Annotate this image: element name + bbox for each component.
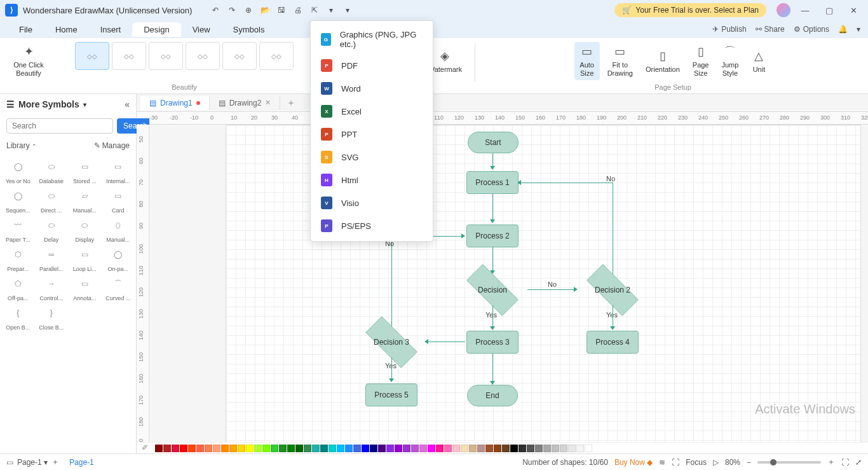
- color-swatch[interactable]: [477, 445, 485, 452]
- color-swatch[interactable]: [238, 445, 245, 452]
- color-swatch[interactable]: [411, 445, 419, 452]
- publish-button[interactable]: ✈Publish: [712, 25, 746, 34]
- color-swatch[interactable]: [436, 445, 444, 452]
- shape-thumbnail[interactable]: ⬯Manual...: [104, 215, 133, 243]
- focus-frame-icon[interactable]: ⛶: [672, 458, 679, 467]
- more-chevron-icon[interactable]: ▾: [342, 4, 353, 16]
- page-tab[interactable]: Page-1: [65, 457, 98, 468]
- focus-label[interactable]: Focus: [686, 458, 707, 467]
- color-swatch[interactable]: [287, 445, 295, 452]
- color-swatch[interactable]: [246, 445, 254, 452]
- menu-file[interactable]: File: [8, 22, 44, 37]
- export-item[interactable]: SSVG: [311, 146, 433, 169]
- add-tab-button[interactable]: ＋: [280, 95, 302, 111]
- color-swatch[interactable]: [180, 445, 187, 452]
- beautify-style-1[interactable]: ◇◇: [75, 42, 109, 70]
- menu-design[interactable]: Design: [132, 22, 180, 37]
- color-swatch[interactable]: [502, 445, 510, 452]
- orientation-button[interactable]: ▯Orientation: [641, 46, 685, 76]
- shape-thumbnail[interactable]: ◯Sequen...: [4, 186, 32, 214]
- auto-size-button[interactable]: ▭Auto Size: [574, 42, 600, 80]
- export-item[interactable]: VVisio: [311, 191, 433, 214]
- node-end[interactable]: End: [467, 385, 518, 406]
- color-swatch[interactable]: [527, 445, 534, 452]
- node-decision2[interactable]: Decision 2: [578, 274, 648, 306]
- page-selector[interactable]: Page-1 ▾: [17, 458, 48, 467]
- menu-view[interactable]: View: [181, 22, 222, 37]
- color-swatch[interactable]: [329, 445, 336, 452]
- shape-thumbnail[interactable]: ▱Manual...: [71, 186, 99, 214]
- unit-button[interactable]: △Unit: [746, 46, 771, 76]
- layers-icon[interactable]: ≋: [659, 458, 665, 467]
- fullscreen-icon[interactable]: ⤢: [855, 458, 862, 467]
- shape-thumbnail[interactable]: ⌒Curved ...: [104, 273, 133, 301]
- color-swatch[interactable]: [585, 445, 592, 452]
- color-swatch[interactable]: [428, 445, 435, 452]
- node-process2[interactable]: Process 2: [466, 225, 519, 247]
- node-process5[interactable]: Process 5: [365, 384, 417, 406]
- color-swatch[interactable]: [213, 445, 220, 452]
- color-swatch[interactable]: [271, 445, 278, 452]
- eyedropper-icon[interactable]: ✐: [142, 443, 152, 453]
- color-swatch[interactable]: [444, 445, 452, 452]
- export-item[interactable]: WWord: [311, 77, 433, 100]
- sidebar-title[interactable]: More Symbols: [18, 99, 79, 109]
- undo-icon[interactable]: ↶: [210, 4, 221, 16]
- shape-thumbnail[interactable]: ◯On-pa...: [104, 244, 133, 272]
- color-swatch[interactable]: [229, 445, 237, 452]
- export-item[interactable]: HHtml: [311, 169, 433, 191]
- maximize-button[interactable]: ▢: [820, 4, 839, 17]
- beautify-style-2[interactable]: ◇◇: [112, 42, 146, 70]
- color-swatch[interactable]: [386, 445, 394, 452]
- color-swatch[interactable]: [362, 445, 369, 452]
- color-swatch[interactable]: [485, 445, 493, 452]
- export-chevron-icon[interactable]: ▾: [325, 4, 337, 16]
- color-swatch[interactable]: [254, 445, 262, 452]
- color-swatch[interactable]: [395, 445, 402, 452]
- color-swatch[interactable]: [560, 445, 567, 452]
- color-swatch[interactable]: [403, 445, 410, 452]
- shape-thumbnail[interactable]: ⬭Database: [37, 156, 66, 184]
- share-button[interactable]: ⚯Share: [756, 25, 785, 34]
- add-page-button[interactable]: ＋: [51, 457, 59, 467]
- manage-button[interactable]: ✎Manage: [94, 141, 130, 150]
- shape-thumbnail[interactable]: ⬭Display: [71, 215, 99, 243]
- shape-thumbnail[interactable]: ⬠Off-pa...: [4, 273, 32, 301]
- export-item[interactable]: XExcel: [311, 100, 433, 123]
- options-button[interactable]: ⚙Options: [794, 25, 829, 34]
- play-icon[interactable]: ▷: [713, 458, 719, 467]
- one-click-beautify-button[interactable]: ✦ One Click Beautify: [8, 42, 49, 80]
- color-swatch[interactable]: [163, 445, 171, 452]
- minimize-button[interactable]: —: [796, 4, 815, 17]
- node-decision[interactable]: Decision: [458, 274, 527, 306]
- node-decision3[interactable]: Decision 3: [356, 326, 426, 358]
- shape-thumbnail[interactable]: ═Parallel...: [37, 244, 66, 272]
- zoom-in-button[interactable]: ＋: [827, 457, 835, 467]
- shape-thumbnail[interactable]: }Close B...: [37, 303, 66, 331]
- color-swatch[interactable]: [378, 445, 386, 452]
- search-input[interactable]: [6, 118, 113, 134]
- shape-thumbnail[interactable]: ⬭Delay: [37, 215, 66, 243]
- export-item[interactable]: PPDF: [311, 54, 433, 77]
- color-swatch[interactable]: [469, 445, 477, 452]
- shape-thumbnail[interactable]: ⬡Prepar...: [4, 244, 32, 272]
- tab-drawing2[interactable]: ▤ Drawing2 ✕: [210, 96, 281, 110]
- fit-screen-icon[interactable]: ⛶: [841, 458, 849, 467]
- color-swatch[interactable]: [510, 445, 518, 452]
- redo-icon[interactable]: ↷: [226, 4, 238, 16]
- tab-drawing1[interactable]: ▤ Drawing1: [140, 96, 210, 110]
- close-icon[interactable]: ✕: [265, 99, 271, 107]
- page-size-button[interactable]: ▯Page Size: [688, 42, 714, 80]
- color-swatch[interactable]: [576, 445, 584, 452]
- color-swatch[interactable]: [205, 445, 212, 452]
- menu-insert[interactable]: Insert: [89, 22, 133, 37]
- page-list-icon[interactable]: ▭: [6, 458, 13, 467]
- open-icon[interactable]: 📂: [259, 4, 271, 16]
- color-swatch[interactable]: [353, 445, 361, 452]
- close-button[interactable]: ✕: [844, 4, 863, 17]
- node-process3[interactable]: Process 3: [466, 331, 519, 354]
- chevron-down-icon[interactable]: ▾: [857, 25, 860, 34]
- color-swatch[interactable]: [279, 445, 287, 452]
- color-swatch[interactable]: [494, 445, 501, 452]
- export-item[interactable]: PPS/EPS: [311, 214, 433, 237]
